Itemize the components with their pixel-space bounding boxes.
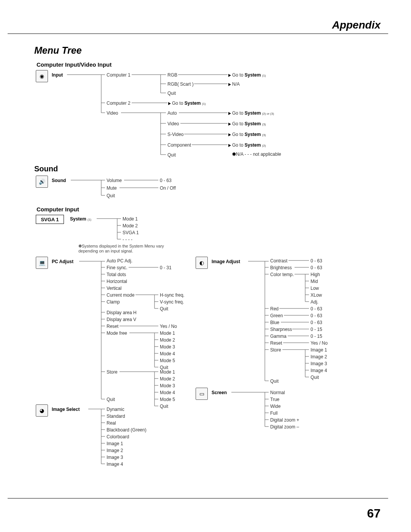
vid: Video xyxy=(167,121,179,126)
finesync: Fine sync. xyxy=(107,265,127,270)
st5: Mode 5 xyxy=(160,397,175,402)
imageselect-icon: ◕ xyxy=(36,404,48,417)
st2: Mode 2 xyxy=(160,376,175,382)
i3: Image 3 xyxy=(107,455,123,460)
cb: Colorboard xyxy=(107,434,129,439)
rgbscart: RGB( Scart ) xyxy=(167,81,194,87)
mute: Mute xyxy=(107,185,117,191)
lower-block: 💻 PC Adjust Auto PC Adj. Fine sync. 0 - … xyxy=(34,257,381,459)
s015: 0 - 15 xyxy=(311,327,322,332)
page-title: Menu Tree xyxy=(34,45,381,56)
svga-box-icon: SVGA 1 xyxy=(36,215,64,224)
root-system-label: System (1) xyxy=(70,216,91,222)
r063: 0 - 63 xyxy=(160,178,172,183)
rgb: RGB xyxy=(167,72,177,78)
siq: Quit xyxy=(311,375,319,380)
dzp: Digital zoom + xyxy=(270,417,299,423)
document-page: Appendix Menu Tree Computer Input/Video … xyxy=(0,0,411,532)
quit-s: Quit xyxy=(107,193,115,198)
autopc: Auto PC Adj. xyxy=(107,258,132,264)
real: Real xyxy=(107,420,116,426)
c063: 0 - 63 xyxy=(311,258,322,264)
goto-sys1b: Go to System (1) xyxy=(172,101,206,106)
onoff: On / Off xyxy=(160,185,176,191)
gamma: Gamma xyxy=(270,334,287,339)
cur: Current mode xyxy=(107,292,134,298)
b063: 0 - 63 xyxy=(311,265,322,270)
arrow-icon xyxy=(168,102,171,105)
bb: Blackboard (Green) xyxy=(107,427,147,433)
g015: 0 - 15 xyxy=(311,334,322,339)
auto: Auto xyxy=(167,110,177,116)
quit2: Quit xyxy=(167,152,176,158)
sound-icon: 🔊 xyxy=(36,176,48,188)
std: Standard xyxy=(107,414,125,419)
root-imageselect: Image Select xyxy=(52,407,80,412)
store: Store xyxy=(107,369,118,375)
mf4: Mode 4 xyxy=(160,351,175,356)
clamp: Clamp xyxy=(107,299,120,305)
system-diagram: SVGA 1 System (1) Mode 1 Mode 2 SVGA 1 -… xyxy=(34,215,381,257)
q2: Quit xyxy=(160,306,168,312)
i2: Image 2 xyxy=(107,448,123,453)
header-rule xyxy=(8,34,388,34)
low: Low xyxy=(311,286,319,291)
subheading-computer-input: Computer Input xyxy=(37,206,381,212)
m1: Mode 1 xyxy=(123,216,138,222)
full: Full xyxy=(270,411,277,416)
na: N/A xyxy=(232,81,240,87)
comp2: Computer 2 xyxy=(107,101,131,106)
red: Red xyxy=(270,306,279,312)
mid: Mid xyxy=(311,279,318,284)
sharp: Sharpness xyxy=(270,327,292,332)
dzm: Digital zoom – xyxy=(270,424,299,430)
mf2: Mode 2 xyxy=(160,337,175,343)
si4: Image 4 xyxy=(311,368,327,373)
system-note: ✽Systems displayed in the System Menu va… xyxy=(78,244,174,253)
blue: Blue xyxy=(270,320,279,325)
h: Horizontal xyxy=(107,279,127,284)
dyn: Dynamic xyxy=(107,407,124,412)
bri: Brightness xyxy=(270,265,292,270)
imageadjust-icon: ◐ xyxy=(196,257,208,269)
vs: V-sync freq. xyxy=(160,299,184,305)
mf5: Mode 5 xyxy=(160,358,175,363)
true: True xyxy=(270,397,279,402)
mf3: Mode 3 xyxy=(160,344,175,350)
subheading-input: Computer Input/Video Input xyxy=(37,61,381,68)
yn: Yes / No xyxy=(160,324,177,329)
chapter-header: Appendix xyxy=(332,19,381,31)
wide: Wide xyxy=(270,404,280,409)
input-diagram: ◉ Input Computer 1 RGB RGB( Scart ) Quit… xyxy=(34,70,381,160)
video-root: Video xyxy=(107,110,118,116)
svid: S-Video xyxy=(167,132,183,137)
i4: Image 4 xyxy=(107,462,123,467)
svga1: SVGA 1 xyxy=(123,230,139,235)
r063b: 0 - 63 xyxy=(311,320,322,325)
r031: 0 - 31 xyxy=(160,265,172,270)
root-pcadjust: PC Adjust xyxy=(52,259,73,264)
si2: Image 2 xyxy=(311,354,327,359)
arrow-icon xyxy=(228,133,231,136)
st3: Mode 3 xyxy=(160,383,175,388)
gt3b: Go to System (3) xyxy=(232,132,266,137)
totaldots: Total dots xyxy=(107,272,126,277)
arrow-icon xyxy=(228,112,231,115)
screen-icon: ▭ xyxy=(196,388,208,400)
m2: Mode 2 xyxy=(123,223,138,228)
iareset: Reset xyxy=(270,340,282,346)
comp1: Computer 1 xyxy=(107,72,131,78)
green: Green xyxy=(270,313,283,318)
arrow-icon xyxy=(228,123,231,126)
quit1: Quit xyxy=(167,91,176,96)
st1: Mode 1 xyxy=(160,369,175,375)
hs: H-sync freq. xyxy=(160,292,185,298)
iaquit: Quit xyxy=(270,379,279,384)
reset: Reset xyxy=(107,324,118,329)
arrow-icon xyxy=(228,83,231,86)
adj: Adj. xyxy=(311,299,319,305)
ct: Color temp. xyxy=(270,272,294,277)
pcadjust-icon: 💻 xyxy=(36,257,48,269)
volume: Volume xyxy=(107,178,122,183)
subheading-sound: Sound xyxy=(34,165,381,173)
